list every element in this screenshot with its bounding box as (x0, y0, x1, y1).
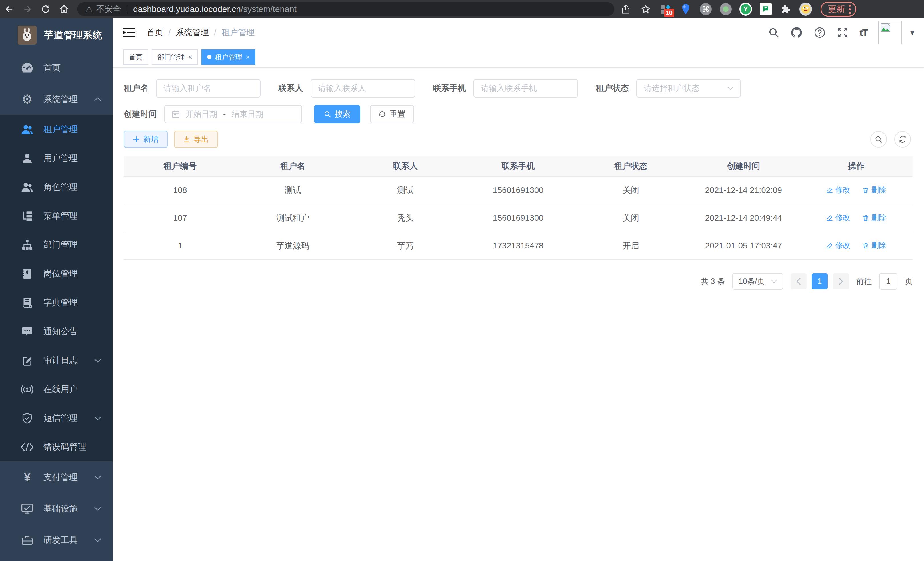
font-size-icon[interactable]: tT (860, 27, 867, 38)
help-icon[interactable] (814, 27, 826, 39)
edit-link[interactable]: 修改 (826, 213, 850, 223)
chrome-menu-icon[interactable] (849, 5, 851, 14)
sidebar-item-role[interactable]: 角色管理 (0, 173, 113, 202)
not-secure-warning-icon: ⚠ (85, 4, 93, 14)
sidebar-item-post[interactable]: 岗位管理 (0, 259, 113, 288)
sidebar-item-label: 菜单管理 (44, 210, 78, 222)
chevron-down-icon (94, 416, 101, 421)
monitor-icon (21, 502, 34, 515)
toolbox-icon (21, 534, 34, 547)
sidebar-item-error-code[interactable]: 错误码管理 (0, 433, 113, 462)
delete-label: 删除 (872, 213, 886, 223)
goto-label: 前往 (856, 276, 872, 287)
log-edit-icon (21, 354, 34, 367)
sidebar-item-home[interactable]: 首页 (0, 52, 113, 83)
page-size-select[interactable]: 10条/页 (732, 273, 783, 290)
extension-green-dot-icon[interactable] (719, 3, 732, 15)
profile-avatar-icon[interactable] (800, 3, 812, 15)
search-button[interactable]: 搜索 (314, 105, 360, 123)
table-row: 108 测试 测试 15601691300 关闭 2021-12-14 21:0… (124, 176, 913, 204)
sidebar-item-system[interactable]: ⚙ 系统管理 (0, 83, 113, 115)
close-icon[interactable]: × (246, 53, 250, 61)
url-bar[interactable]: ⚠ 不安全 dashboard.yudao.iocoder.cn /system… (77, 2, 614, 16)
sidebar-item-dict[interactable]: 字典管理 (0, 288, 113, 317)
reset-button[interactable]: 重置 (370, 105, 414, 123)
sidebar: 芋道管理系统 首页 ⚙ 系统管理 租户管理 用户管理 角色管理 菜单管理 (0, 18, 113, 561)
sidebar-item-label: 研发工具 (44, 534, 78, 546)
date-range-separator: - (223, 110, 226, 119)
tab-home[interactable]: 首页 (123, 50, 148, 65)
sidebar-collapse-icon[interactable] (123, 28, 135, 38)
status-select[interactable]: 请选择租户状态 (636, 79, 741, 98)
sidebar-item-label: 系统管理 (44, 93, 78, 105)
show-search-toggle-icon[interactable] (870, 131, 887, 147)
avatar-caret-icon[interactable]: ▼ (909, 28, 916, 37)
page-content: 租户名 联系人 联系手机 租户状态 请选择租户状态 创建时间 (113, 68, 924, 290)
delete-link[interactable]: 删除 (862, 241, 886, 250)
delete-link[interactable]: 删除 (862, 185, 886, 195)
sidebar-item-menu[interactable]: 菜单管理 (0, 202, 113, 230)
delete-link[interactable]: 删除 (862, 213, 886, 223)
page-number-1[interactable]: 1 (812, 273, 828, 289)
tab-tenant[interactable]: 租户管理 × (201, 50, 255, 65)
extension-chat-icon[interactable] (759, 3, 772, 15)
reset-button-label: 重置 (389, 109, 405, 120)
cell-actions: 修改 删除 (800, 232, 913, 260)
next-page-button[interactable] (833, 273, 849, 289)
extensions-puzzle-icon[interactable] (779, 3, 792, 15)
share-icon[interactable] (620, 0, 632, 18)
sidebar-item-user[interactable]: 用户管理 (0, 144, 113, 173)
contact-input[interactable] (318, 84, 408, 93)
filter-row-2: 创建时间 开始日期 - 结束日期 搜索 重置 (124, 105, 913, 123)
sidebar-item-notice[interactable]: 通知公告 (0, 317, 113, 346)
extension-command-icon[interactable]: ⌘ (699, 3, 712, 15)
fullscreen-icon[interactable] (837, 27, 849, 39)
forward-icon[interactable] (18, 0, 37, 18)
tab-dept[interactable]: 部门管理 × (152, 50, 198, 65)
chrome-update-button[interactable]: 更新 (820, 2, 856, 17)
export-button[interactable]: 导出 (174, 131, 218, 148)
home-icon[interactable] (55, 0, 73, 18)
tenant-name-input[interactable] (164, 84, 253, 93)
user-avatar-broken-image[interactable] (878, 21, 902, 44)
prev-page-button[interactable] (790, 273, 807, 289)
cell-mobile: 17321315478 (462, 232, 574, 260)
sidebar-item-payment[interactable]: ¥ 支付管理 (0, 462, 113, 493)
delete-label: 删除 (872, 185, 886, 195)
reload-icon[interactable] (37, 0, 55, 18)
sidebar-item-dept[interactable]: 部门管理 (0, 230, 113, 259)
goto-page-input[interactable] (879, 273, 897, 290)
tenant-name-field (156, 79, 261, 98)
sidebar-item-audit-log[interactable]: 审计日志 (0, 346, 113, 375)
cell-status: 关闭 (574, 204, 687, 232)
back-icon[interactable] (0, 0, 18, 18)
breadcrumb-home[interactable]: 首页 (147, 27, 163, 38)
refresh-table-icon[interactable] (894, 131, 911, 147)
github-icon[interactable] (790, 26, 803, 39)
breadcrumb-system[interactable]: 系统管理 (176, 27, 209, 38)
mobile-input[interactable] (481, 84, 571, 93)
sidebar-item-dev-tools[interactable]: 研发工具 (0, 524, 113, 556)
create-time-range-picker[interactable]: 开始日期 - 结束日期 (164, 105, 302, 123)
extension-pin-icon[interactable] (680, 3, 692, 15)
sidebar-item-label: 短信管理 (44, 412, 78, 424)
edit-link[interactable]: 修改 (826, 185, 850, 195)
sidebar-item-label: 审计日志 (44, 355, 78, 366)
sidebar-item-sms[interactable]: 短信管理 (0, 404, 113, 433)
close-icon[interactable]: × (188, 53, 192, 61)
sidebar-item-tenant[interactable]: 租户管理 (0, 115, 113, 144)
app-logo-row[interactable]: 芋道管理系统 (0, 18, 113, 52)
add-button[interactable]: 新增 (124, 131, 168, 148)
sidebar-item-online-users[interactable]: 在线用户 (0, 375, 113, 404)
url-host: dashboard.yudao.iocoder.cn (133, 4, 241, 14)
header-search-icon[interactable] (768, 27, 779, 38)
sidebar-item-infra[interactable]: 基础设施 (0, 493, 113, 524)
search-button-label: 搜索 (334, 109, 351, 120)
edit-label: 修改 (836, 185, 850, 195)
bookmark-star-icon[interactable] (639, 0, 652, 18)
chevron-down-icon (94, 475, 101, 480)
edit-link[interactable]: 修改 (826, 241, 850, 250)
extension-grid-icon[interactable]: 10 (659, 3, 672, 15)
org-chart-icon (21, 238, 34, 252)
extension-yudao-icon[interactable]: Y (740, 3, 752, 15)
